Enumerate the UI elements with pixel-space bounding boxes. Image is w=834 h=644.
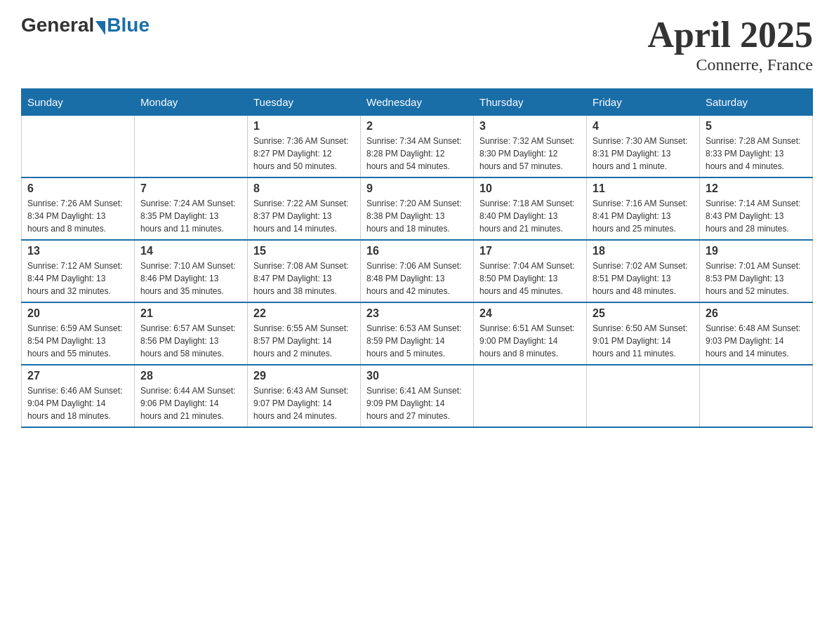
day-info: Sunrise: 6:51 AM Sunset: 9:00 PM Dayligh… — [479, 322, 581, 360]
calendar-cell: 30Sunrise: 6:41 AM Sunset: 9:09 PM Dayli… — [361, 365, 474, 427]
day-info: Sunrise: 7:12 AM Sunset: 8:44 PM Dayligh… — [27, 260, 128, 297]
day-info: Sunrise: 7:18 AM Sunset: 8:40 PM Dayligh… — [479, 197, 581, 235]
title-section: April 2025 Connerre, France — [648, 14, 813, 74]
day-number: 25 — [593, 307, 694, 320]
calendar-cell: 27Sunrise: 6:46 AM Sunset: 9:04 PM Dayli… — [22, 365, 135, 427]
day-number: 29 — [253, 370, 355, 382]
day-number: 18 — [593, 245, 694, 257]
calendar-cell — [700, 365, 813, 427]
day-info: Sunrise: 6:44 AM Sunset: 9:06 PM Dayligh… — [140, 384, 241, 422]
week-row-4: 20Sunrise: 6:59 AM Sunset: 8:54 PM Dayli… — [22, 302, 813, 365]
day-info: Sunrise: 7:32 AM Sunset: 8:30 PM Dayligh… — [479, 135, 581, 173]
calendar-cell: 19Sunrise: 7:01 AM Sunset: 8:53 PM Dayli… — [700, 240, 813, 302]
logo-arrow-icon — [95, 21, 105, 35]
day-number: 15 — [253, 245, 355, 257]
day-info: Sunrise: 7:28 AM Sunset: 8:33 PM Dayligh… — [706, 135, 807, 173]
day-number: 10 — [479, 182, 581, 195]
day-info: Sunrise: 7:06 AM Sunset: 8:48 PM Dayligh… — [366, 260, 468, 297]
calendar-cell: 17Sunrise: 7:04 AM Sunset: 8:50 PM Dayli… — [474, 240, 587, 302]
day-info: Sunrise: 7:22 AM Sunset: 8:37 PM Dayligh… — [253, 197, 355, 235]
day-number: 12 — [706, 182, 807, 195]
calendar-cell: 14Sunrise: 7:10 AM Sunset: 8:46 PM Dayli… — [135, 240, 248, 302]
day-number: 4 — [593, 120, 694, 133]
calendar-cell: 18Sunrise: 7:02 AM Sunset: 8:51 PM Dayli… — [587, 240, 700, 302]
calendar-cell: 3Sunrise: 7:32 AM Sunset: 8:30 PM Daylig… — [474, 116, 587, 178]
day-info: Sunrise: 6:43 AM Sunset: 9:07 PM Dayligh… — [253, 384, 355, 422]
calendar-cell: 5Sunrise: 7:28 AM Sunset: 8:33 PM Daylig… — [700, 116, 813, 178]
calendar-cell: 11Sunrise: 7:16 AM Sunset: 8:41 PM Dayli… — [587, 177, 700, 240]
header-thursday: Thursday — [474, 89, 587, 116]
day-info: Sunrise: 7:16 AM Sunset: 8:41 PM Dayligh… — [593, 197, 694, 235]
week-row-2: 6Sunrise: 7:26 AM Sunset: 8:34 PM Daylig… — [22, 177, 813, 240]
calendar-cell: 4Sunrise: 7:30 AM Sunset: 8:31 PM Daylig… — [587, 116, 700, 178]
calendar-cell: 9Sunrise: 7:20 AM Sunset: 8:38 PM Daylig… — [361, 177, 474, 240]
day-number: 22 — [253, 307, 355, 320]
day-number: 17 — [479, 245, 581, 257]
day-info: Sunrise: 7:20 AM Sunset: 8:38 PM Dayligh… — [366, 197, 468, 235]
header-wednesday: Wednesday — [361, 89, 474, 116]
calendar-cell: 8Sunrise: 7:22 AM Sunset: 8:37 PM Daylig… — [248, 177, 361, 240]
header-friday: Friday — [587, 89, 700, 116]
page-header: General Blue April 2025 Connerre, France — [21, 14, 813, 74]
day-info: Sunrise: 7:02 AM Sunset: 8:51 PM Dayligh… — [593, 260, 694, 297]
header-saturday: Saturday — [700, 89, 813, 116]
logo: General Blue — [21, 14, 150, 36]
day-number: 1 — [253, 120, 355, 133]
calendar-title: April 2025 — [648, 14, 813, 55]
calendar-cell: 28Sunrise: 6:44 AM Sunset: 9:06 PM Dayli… — [135, 365, 248, 427]
day-number: 21 — [140, 307, 241, 320]
calendar-cell: 2Sunrise: 7:34 AM Sunset: 8:28 PM Daylig… — [361, 116, 474, 178]
logo-blue-text: Blue — [107, 14, 150, 36]
calendar-cell — [135, 116, 248, 178]
calendar-cell — [474, 365, 587, 427]
day-info: Sunrise: 7:30 AM Sunset: 8:31 PM Dayligh… — [593, 135, 694, 173]
calendar-location: Connerre, France — [648, 55, 813, 74]
day-number: 24 — [479, 307, 581, 320]
week-row-5: 27Sunrise: 6:46 AM Sunset: 9:04 PM Dayli… — [22, 365, 813, 427]
day-info: Sunrise: 7:24 AM Sunset: 8:35 PM Dayligh… — [140, 197, 241, 235]
calendar-cell — [22, 116, 135, 178]
day-info: Sunrise: 7:14 AM Sunset: 8:43 PM Dayligh… — [706, 197, 807, 235]
calendar-cell: 6Sunrise: 7:26 AM Sunset: 8:34 PM Daylig… — [22, 177, 135, 240]
day-info: Sunrise: 6:41 AM Sunset: 9:09 PM Dayligh… — [366, 384, 468, 422]
header-monday: Monday — [135, 89, 248, 116]
day-info: Sunrise: 6:57 AM Sunset: 8:56 PM Dayligh… — [140, 322, 241, 360]
day-info: Sunrise: 7:04 AM Sunset: 8:50 PM Dayligh… — [479, 260, 581, 297]
day-number: 28 — [140, 370, 241, 382]
logo-general-text: General — [21, 14, 94, 36]
calendar-cell: 26Sunrise: 6:48 AM Sunset: 9:03 PM Dayli… — [700, 302, 813, 365]
calendar-cell: 23Sunrise: 6:53 AM Sunset: 8:59 PM Dayli… — [361, 302, 474, 365]
day-number: 23 — [366, 307, 468, 320]
calendar-cell: 13Sunrise: 7:12 AM Sunset: 8:44 PM Dayli… — [22, 240, 135, 302]
day-info: Sunrise: 6:59 AM Sunset: 8:54 PM Dayligh… — [27, 322, 128, 360]
calendar-cell: 20Sunrise: 6:59 AM Sunset: 8:54 PM Dayli… — [22, 302, 135, 365]
day-number: 6 — [27, 182, 128, 195]
day-number: 19 — [706, 245, 807, 257]
day-number: 30 — [366, 370, 468, 382]
day-number: 20 — [27, 307, 128, 320]
day-number: 27 — [27, 370, 128, 382]
day-number: 26 — [706, 307, 807, 320]
day-info: Sunrise: 6:53 AM Sunset: 8:59 PM Dayligh… — [366, 322, 468, 360]
calendar-cell: 24Sunrise: 6:51 AM Sunset: 9:00 PM Dayli… — [474, 302, 587, 365]
calendar-header-row: Sunday Monday Tuesday Wednesday Thursday… — [22, 89, 813, 116]
day-number: 8 — [253, 182, 355, 195]
calendar-cell: 29Sunrise: 6:43 AM Sunset: 9:07 PM Dayli… — [248, 365, 361, 427]
header-tuesday: Tuesday — [248, 89, 361, 116]
calendar-cell: 22Sunrise: 6:55 AM Sunset: 8:57 PM Dayli… — [248, 302, 361, 365]
day-number: 5 — [706, 120, 807, 133]
calendar-cell: 16Sunrise: 7:06 AM Sunset: 8:48 PM Dayli… — [361, 240, 474, 302]
calendar-cell: 10Sunrise: 7:18 AM Sunset: 8:40 PM Dayli… — [474, 177, 587, 240]
day-info: Sunrise: 7:34 AM Sunset: 8:28 PM Dayligh… — [366, 135, 468, 173]
day-info: Sunrise: 6:48 AM Sunset: 9:03 PM Dayligh… — [706, 322, 807, 360]
calendar-cell: 1Sunrise: 7:36 AM Sunset: 8:27 PM Daylig… — [248, 116, 361, 178]
week-row-3: 13Sunrise: 7:12 AM Sunset: 8:44 PM Dayli… — [22, 240, 813, 302]
calendar-cell: 7Sunrise: 7:24 AM Sunset: 8:35 PM Daylig… — [135, 177, 248, 240]
day-number: 9 — [366, 182, 468, 195]
day-number: 16 — [366, 245, 468, 257]
calendar-cell — [587, 365, 700, 427]
day-number: 11 — [593, 182, 694, 195]
day-info: Sunrise: 7:08 AM Sunset: 8:47 PM Dayligh… — [253, 260, 355, 297]
day-info: Sunrise: 7:36 AM Sunset: 8:27 PM Dayligh… — [253, 135, 355, 173]
day-info: Sunrise: 7:26 AM Sunset: 8:34 PM Dayligh… — [27, 197, 128, 235]
